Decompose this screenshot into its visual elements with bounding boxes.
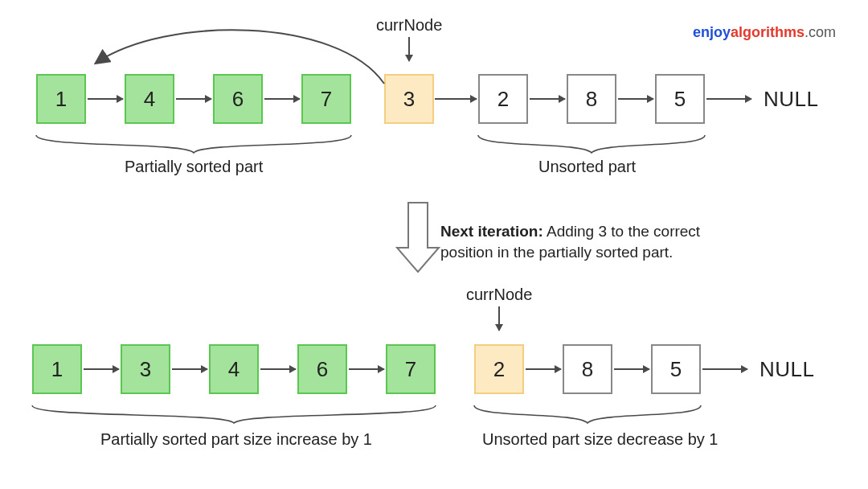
sorted-label-2: Partially sorted part size increase by 1 <box>100 430 372 449</box>
null-label-2: NULL <box>760 357 814 382</box>
row2-node-5: 2 <box>474 344 524 394</box>
unsorted-label-1: Unsorted part <box>538 158 636 176</box>
link-arrow-icon <box>526 368 561 370</box>
currnode-arrow-1 <box>408 37 410 61</box>
brand-part3: .com <box>805 24 836 40</box>
row2-node-0: 1 <box>32 344 82 394</box>
row1-node-0: 1 <box>36 74 86 124</box>
link-arrow-icon <box>530 98 565 100</box>
link-arrow-icon <box>176 98 211 100</box>
link-arrow-icon <box>618 98 653 100</box>
currnode-arrow-2 <box>498 306 500 331</box>
brace-icon <box>474 405 701 423</box>
brand-logo: enjoyalgorithms.com <box>693 24 836 41</box>
link-arrow-icon <box>84 368 119 370</box>
iteration-rest2: position in the partially sorted part. <box>440 244 673 261</box>
row1-node-2: 6 <box>213 74 263 124</box>
row1-node-7: 5 <box>655 74 705 124</box>
iteration-rest1: Adding 3 to the correct <box>543 223 700 240</box>
link-arrow-icon <box>349 368 384 370</box>
iteration-bold: Next iteration: <box>440 223 543 240</box>
unsorted-label-2: Unsorted part size decrease by 1 <box>482 430 719 449</box>
link-arrow-icon <box>702 368 747 370</box>
sorted-label-1: Partially sorted part <box>125 158 263 176</box>
currnode-label-2: currNode <box>466 286 532 304</box>
row2-node-7: 5 <box>651 344 701 394</box>
link-arrow-icon <box>264 98 300 100</box>
row1-node-5: 2 <box>478 74 528 124</box>
brace-icon <box>478 135 705 153</box>
brace-icon <box>32 405 436 423</box>
brace-icon <box>36 135 351 153</box>
diagram-stage: enjoyalgorithms.com currNode 1 4 6 7 3 2… <box>0 0 868 489</box>
row1-node-1: 4 <box>125 74 174 124</box>
row2-node-1: 3 <box>121 344 170 394</box>
iteration-note: Next iteration: Adding 3 to the correct … <box>440 221 730 262</box>
link-arrow-icon <box>706 98 751 100</box>
row2-node-6: 8 <box>563 344 612 394</box>
row2-node-4: 7 <box>386 344 436 394</box>
row2-node-3: 6 <box>297 344 347 394</box>
currnode-label-1: currNode <box>376 16 442 35</box>
link-arrow-icon <box>88 98 123 100</box>
row1-node-6: 8 <box>567 74 616 124</box>
big-down-arrow-icon <box>397 203 439 272</box>
link-arrow-icon <box>260 368 296 370</box>
row2-node-2: 4 <box>209 344 259 394</box>
null-label-1: NULL <box>764 87 818 112</box>
brand-part1: enjoy <box>693 24 731 40</box>
link-arrow-icon <box>172 368 207 370</box>
link-arrow-icon <box>435 98 477 100</box>
row1-node-3: 7 <box>301 74 351 124</box>
brand-part2: algorithms <box>731 24 805 40</box>
link-arrow-icon <box>614 368 649 370</box>
row1-node-4: 3 <box>384 74 434 124</box>
